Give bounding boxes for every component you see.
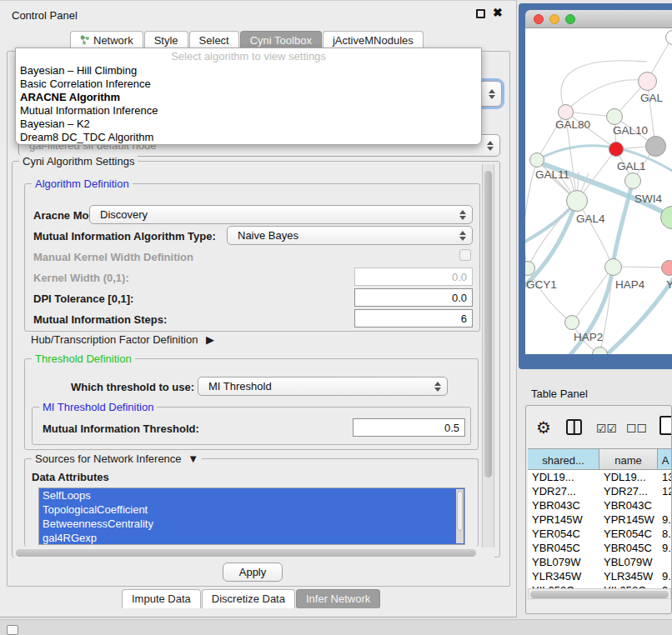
network-node[interactable] <box>564 315 579 330</box>
dpi-tolerance-field[interactable]: 0.0 <box>354 288 473 307</box>
network-graph-icon <box>80 35 90 48</box>
node-label: GAL10 <box>613 124 648 137</box>
manual-kernel-label: Manual Kernel Width Definition <box>33 251 193 263</box>
combo-stepper-icon <box>459 231 466 241</box>
status-strip <box>0 619 672 635</box>
table-row[interactable]: YDR27...YDR27...12 <box>528 484 672 498</box>
mi-threshold-field[interactable]: 0.5 <box>353 418 465 437</box>
network-window-titlebar[interactable] <box>525 10 672 28</box>
cyni-bottom-tabbar: Impute Data Discretize Data Infer Networ… <box>122 589 381 608</box>
attribute-item[interactable]: gal4RGexp <box>39 531 464 545</box>
sources-group-title[interactable]: Sources for Network Inference ▼ <box>32 452 202 465</box>
kernel-width-label: Kernel Width (0,1): <box>33 272 129 284</box>
node-table[interactable]: shared... name A YDL19...YDL19...13 YDR2… <box>528 448 672 588</box>
table-row[interactable]: YDL19...YDL19...13 <box>528 470 672 484</box>
table-panel-title: Table Panel <box>531 388 588 400</box>
threshold-definition-title: Threshold Definition <box>32 352 135 365</box>
node-label: GAL11 <box>535 168 569 181</box>
data-attributes-list[interactable]: SelfLoops TopologicalCoefficient Between… <box>38 488 465 545</box>
dropdown-item-selected[interactable]: ARACNE Algorithm <box>20 91 477 104</box>
minimize-window-icon[interactable] <box>549 14 559 24</box>
node-label: HAP4 <box>615 278 644 291</box>
node-label: GCY1 <box>526 278 557 291</box>
dropdown-item[interactable]: Bayesian – Hill Climbing <box>20 64 477 78</box>
node-label: Y <box>666 278 672 291</box>
hub-definition-expander[interactable]: Hub/Transcription Factor Definition ▶ <box>31 333 214 346</box>
table-rows: YDL19...YDL19...13 YDR27...YDR27...12 YB… <box>528 470 672 588</box>
aracne-mode-combo[interactable]: Discovery <box>89 205 473 224</box>
collapse-down-icon: ▼ <box>188 452 198 465</box>
network-node[interactable] <box>661 260 672 276</box>
network-node[interactable] <box>604 258 622 276</box>
table-panel: ⚙ ☑☑ ☐☐ shared... name A YDL19...YDL19..… <box>525 405 672 614</box>
table-row[interactable]: YBL079WYBL079W <box>528 555 672 569</box>
network-node[interactable] <box>566 190 588 212</box>
close-window-icon[interactable] <box>534 14 544 24</box>
which-threshold-combo[interactable]: MI Threshold <box>198 377 448 396</box>
network-view-window: GAL GAL80 GAL10 GAL1 GAL11 SWI4 GAL4 GCY… <box>519 3 672 369</box>
algorithm-definition-group: Algorithm Definition Aracne Mode: Discov… <box>24 183 480 332</box>
table-row[interactable]: YER054CYER054C8. <box>528 527 672 541</box>
select-all-checks-icon[interactable]: ☑☑ <box>596 422 617 435</box>
attribute-item[interactable]: SelfLoops <box>39 488 464 502</box>
node-label: GAL80 <box>555 118 590 131</box>
network-canvas[interactable]: GAL GAL80 GAL10 GAL1 GAL11 SWI4 GAL4 GCY… <box>525 28 672 354</box>
attribute-item[interactable]: TopologicalCoefficient <box>39 502 464 517</box>
network-node[interactable] <box>624 172 641 189</box>
dropdown-item[interactable]: Basic Correlation Inference <box>20 78 477 91</box>
settings-horizontal-scrollbar[interactable] <box>14 548 494 558</box>
network-node[interactable] <box>609 142 624 157</box>
settings-group-title: Cyni Algorithm Settings <box>19 155 138 168</box>
column-header[interactable]: name <box>599 448 658 470</box>
threshold-definition-group: Threshold Definition Which threshold to … <box>24 358 479 450</box>
control-panel-title: Control Panel <box>12 9 78 22</box>
mi-steps-label: Mutual Information Steps: <box>33 313 167 326</box>
attributes-scrollbar[interactable] <box>456 489 464 543</box>
dropdown-item[interactable]: Mutual Information Inference <box>20 104 477 118</box>
column-header[interactable]: A <box>658 448 672 470</box>
table-row[interactable]: YBR043CYBR043C <box>528 498 672 512</box>
node-label: GAL <box>640 92 663 104</box>
mi-steps-field[interactable]: 6 <box>354 309 473 328</box>
attribute-item[interactable]: BetweennessCentrality <box>39 517 464 531</box>
table-row[interactable]: YBR045CYBR045C9. <box>528 541 672 555</box>
float-panel-icon[interactable] <box>476 9 485 18</box>
dropdown-item[interactable]: Dream8 DC_TDC Algorithm <box>20 131 477 144</box>
tab-network-label: Network <box>93 34 133 47</box>
network-node[interactable] <box>529 152 544 168</box>
kernel-width-field[interactable]: 0.0 <box>354 268 473 286</box>
manual-kernel-checkbox[interactable] <box>459 249 471 261</box>
columns-icon[interactable] <box>566 419 582 435</box>
data-attributes-label: Data Attributes <box>32 471 109 483</box>
combo-stepper-icon <box>434 382 441 392</box>
file-icon[interactable] <box>659 416 672 435</box>
settings-vertical-scrollbar[interactable] <box>482 164 494 548</box>
panel-grip-icon[interactable] <box>7 625 18 635</box>
tab-discretize-data[interactable]: Discretize Data <box>202 589 295 608</box>
deselect-checks-icon[interactable]: ☐☐ <box>626 422 647 435</box>
mi-type-label: Mutual Information Algorithm Type: <box>33 230 216 242</box>
combo-stepper-icon <box>459 210 466 220</box>
gear-icon[interactable]: ⚙ <box>536 418 551 438</box>
node-label: HAP2 <box>574 331 603 343</box>
network-node[interactable] <box>638 72 657 91</box>
tab-infer-network[interactable]: Infer Network <box>296 589 380 608</box>
network-node[interactable] <box>606 108 623 125</box>
zoom-window-icon[interactable] <box>565 14 575 24</box>
table-horizontal-scrollbar[interactable] <box>528 588 671 599</box>
apply-button[interactable]: Apply <box>223 562 283 582</box>
combo-stepper-icon <box>487 141 494 151</box>
cyni-algorithm-settings-group: Cyni Algorithm Settings Algorithm Defini… <box>12 161 500 558</box>
column-header[interactable]: shared... <box>528 448 599 470</box>
mi-threshold-definition-title: MI Threshold Definition <box>39 401 157 413</box>
table-row[interactable]: YPR145WYPR145W9. <box>528 512 672 527</box>
dropdown-placeholder: Select algorithm to view settings <box>16 50 481 62</box>
dropdown-item[interactable]: Bayesian – K2 <box>20 118 477 131</box>
which-threshold-label: Which threshold to use: <box>71 381 194 393</box>
tab-impute-data[interactable]: Impute Data <box>122 589 201 608</box>
close-panel-icon[interactable]: ✖ <box>493 6 503 19</box>
mi-type-combo[interactable]: Naive Bayes <box>227 226 473 245</box>
network-node[interactable] <box>645 136 666 157</box>
expand-right-icon: ▶ <box>206 333 214 346</box>
table-row[interactable]: YLR345WYLR345W9. <box>528 569 672 583</box>
